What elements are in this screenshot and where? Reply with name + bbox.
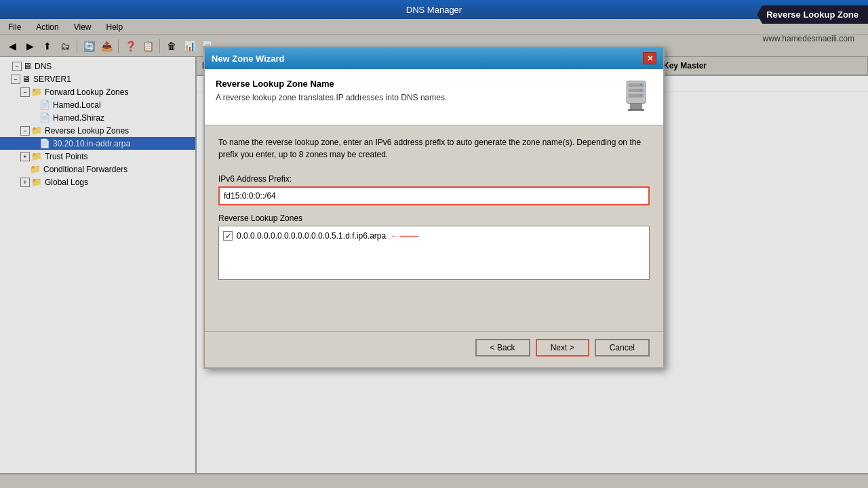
rlz-item: 0.0.0.0.0.0.0.0.0.0.0.0.0.0.5.1.d.f.ip6.… (222, 229, 646, 243)
rlz-checkbox[interactable] (223, 231, 233, 241)
dialog-title: New Zone Wizard (212, 54, 285, 64)
dialog-form-area: IPv6 Address Prefix: Reverse Lookup Zone… (205, 167, 663, 291)
dialog-description-section: To name the reverse lookup zone, enter a… (205, 125, 663, 167)
back-button[interactable]: < Back (475, 339, 530, 357)
next-button[interactable]: Next > (536, 339, 589, 357)
rlz-label: Reverse Lookup Zones (218, 214, 650, 223)
cancel-button[interactable]: Cancel (595, 339, 650, 357)
watermark-url: www.hamedesmaeili.com (763, 34, 854, 43)
title-bar: DNS Manager (0, 0, 868, 19)
svg-point-6 (639, 84, 642, 86)
zone-header-section: Reverse Lookup Zone Name A reverse looku… (205, 69, 663, 125)
new-zone-wizard-dialog: New Zone Wizard ✕ Reverse Lookup Zone Na… (203, 46, 665, 369)
reverse-lookup-zone-tooltip: Reverse Lookup Zone (757, 5, 868, 24)
dialog-description-text: To name the reverse lookup zone, enter a… (218, 136, 650, 161)
section-title: Reverse Lookup Zone Name (216, 79, 447, 89)
dialog-close-button[interactable]: ✕ (643, 52, 656, 64)
ipv6-input[interactable] (218, 186, 650, 205)
rlz-list: 0.0.0.0.0.0.0.0.0.0.0.0.0.0.5.1.d.f.ip6.… (218, 226, 650, 280)
arrow-icon: ←—— (390, 230, 418, 241)
section-desc: A reverse lookup zone translates IP addr… (216, 93, 447, 102)
svg-rect-5 (628, 109, 644, 111)
app-title: DNS Manager (406, 5, 462, 15)
svg-rect-4 (630, 103, 642, 109)
dialog-footer: < Back Next > Cancel (205, 331, 663, 367)
zone-header-text: Reverse Lookup Zone Name A reverse looku… (216, 79, 447, 102)
ipv6-label: IPv6 Address Prefix: (218, 174, 650, 184)
dialog-body: Reverse Lookup Zone Name A reverse looku… (205, 69, 663, 367)
modal-overlay: New Zone Wizard ✕ Reverse Lookup Zone Na… (0, 19, 868, 488)
svg-point-8 (639, 94, 642, 96)
dialog-titlebar: New Zone Wizard ✕ (205, 47, 663, 69)
server-icon (620, 79, 652, 114)
rlz-entry-text: 0.0.0.0.0.0.0.0.0.0.0.0.0.0.5.1.d.f.ip6.… (237, 231, 386, 241)
svg-point-7 (639, 89, 642, 92)
